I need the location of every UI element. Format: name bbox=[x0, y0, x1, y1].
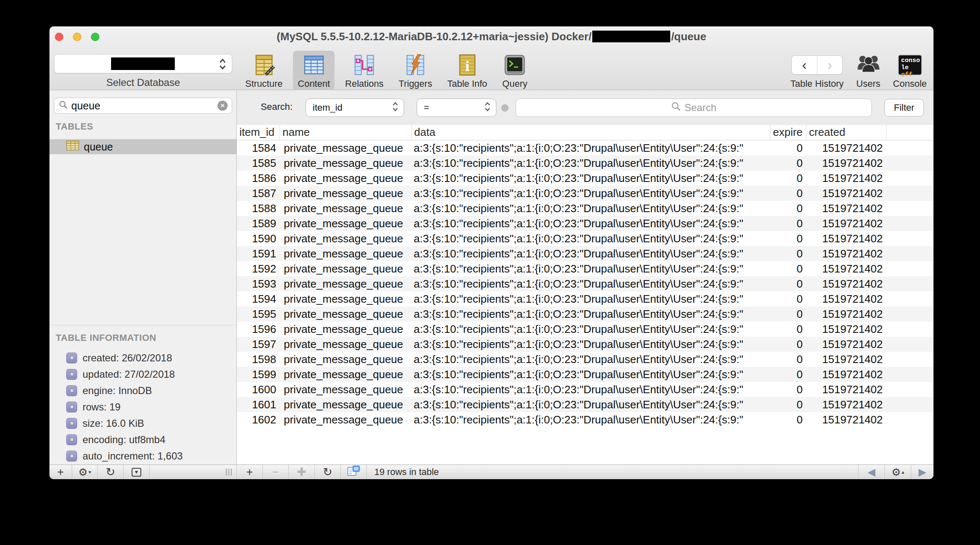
cell-name[interactable]: private_message_queue bbox=[280, 367, 412, 382]
cell-created[interactable]: 1519721402 bbox=[806, 306, 887, 322]
cell-data[interactable]: a:3:{s:10:"recipients";a:1:{i:0;O:23:"Dr… bbox=[412, 306, 770, 322]
table-row[interactable]: 1595private_message_queuea:3:{s:10:"reci… bbox=[237, 306, 933, 322]
cell-expire[interactable]: 0 bbox=[770, 261, 806, 276]
cell-name[interactable]: private_message_queue bbox=[280, 306, 412, 322]
column-header-created[interactable]: created bbox=[806, 125, 887, 140]
table-actions-gear-button[interactable]: ⚙▾ bbox=[72, 465, 98, 479]
cell-data[interactable]: a:3:{s:10:"recipients";a:1:{i:0;O:23:"Dr… bbox=[412, 216, 770, 231]
cell-created[interactable]: 1519721402 bbox=[806, 261, 887, 276]
table-row[interactable]: 1587private_message_queuea:3:{s:10:"reci… bbox=[237, 186, 933, 201]
table-filter-field[interactable]: × bbox=[54, 98, 232, 114]
cell-item_id[interactable]: 1585 bbox=[237, 156, 280, 171]
cell-expire[interactable]: 0 bbox=[770, 352, 806, 367]
cell-name[interactable]: private_message_queue bbox=[280, 397, 412, 412]
show-sql-button[interactable] bbox=[341, 465, 367, 479]
cell-name[interactable]: private_message_queue bbox=[280, 276, 412, 291]
filter-search-input[interactable] bbox=[516, 99, 871, 117]
cell-data[interactable]: a:3:{s:10:"recipients";a:1:{i:0;O:23:"Dr… bbox=[412, 156, 770, 171]
table-row[interactable]: 1593private_message_queuea:3:{s:10:"reci… bbox=[237, 276, 933, 291]
cell-created[interactable]: 1519721402 bbox=[806, 156, 887, 171]
cell-item_id[interactable]: 1602 bbox=[237, 412, 280, 427]
duplicate-row-button[interactable]: ✚ bbox=[289, 465, 315, 479]
cell-created[interactable]: 1519721402 bbox=[806, 322, 887, 337]
cell-name[interactable]: private_message_queue bbox=[280, 337, 412, 352]
table-row[interactable]: 1591private_message_queuea:3:{s:10:"reci… bbox=[237, 246, 933, 261]
table-row[interactable]: 1599private_message_queuea:3:{s:10:"reci… bbox=[237, 367, 933, 382]
table-row[interactable]: 1592private_message_queuea:3:{s:10:"reci… bbox=[237, 261, 933, 276]
table-row[interactable]: 1602private_message_queuea:3:{s:10:"reci… bbox=[237, 412, 933, 427]
previous-page-button[interactable]: ◀ bbox=[858, 465, 885, 479]
cell-data[interactable]: a:3:{s:10:"recipients";a:1:{i:0;O:23:"Dr… bbox=[412, 261, 770, 276]
cell-expire[interactable]: 0 bbox=[770, 337, 806, 352]
console-button[interactable]: conso le off bbox=[898, 51, 922, 79]
minimize-button[interactable] bbox=[73, 33, 81, 41]
cell-item_id[interactable]: 1584 bbox=[237, 140, 280, 156]
cell-data[interactable]: a:3:{s:10:"recipients";a:1:{i:0;O:23:"Dr… bbox=[412, 276, 770, 291]
export-button[interactable]: ▼ bbox=[124, 465, 150, 479]
cell-created[interactable]: 1519721402 bbox=[806, 231, 887, 246]
clear-search-icon[interactable]: × bbox=[218, 101, 228, 111]
cell-data[interactable]: a:3:{s:10:"recipients";a:1:{i:0;O:23:"Dr… bbox=[412, 171, 770, 186]
cell-created[interactable]: 1519721402 bbox=[806, 171, 887, 186]
cell-name[interactable]: private_message_queue bbox=[280, 216, 412, 231]
filter-operator-select[interactable]: = bbox=[417, 99, 496, 117]
cell-created[interactable]: 1519721402 bbox=[806, 412, 887, 427]
toolbar-view-table-info[interactable]: iTable Info bbox=[443, 51, 492, 90]
cell-expire[interactable]: 0 bbox=[770, 397, 806, 412]
close-button[interactable] bbox=[55, 33, 63, 41]
cell-expire[interactable]: 0 bbox=[770, 246, 806, 261]
cell-item_id[interactable]: 1590 bbox=[237, 231, 280, 246]
cell-expire[interactable]: 0 bbox=[770, 306, 806, 322]
refresh-tables-button[interactable]: ↻ bbox=[98, 465, 124, 479]
table-row[interactable]: 1598private_message_queuea:3:{s:10:"reci… bbox=[237, 352, 933, 367]
column-header-data[interactable]: data bbox=[412, 125, 770, 140]
cell-data[interactable]: a:3:{s:10:"recipients";a:1:{i:0;O:23:"Dr… bbox=[412, 186, 770, 201]
filter-options-dot-button[interactable] bbox=[501, 104, 508, 112]
zoom-button[interactable] bbox=[91, 33, 99, 41]
cell-name[interactable]: private_message_queue bbox=[280, 382, 412, 397]
cell-data[interactable]: a:3:{s:10:"recipients";a:1:{i:0;O:23:"Dr… bbox=[412, 231, 770, 246]
cell-item_id[interactable]: 1589 bbox=[237, 216, 280, 231]
cell-data[interactable]: a:3:{s:10:"recipients";a:1:{i:0;O:23:"Dr… bbox=[412, 412, 770, 427]
table-row[interactable]: 1588private_message_queuea:3:{s:10:"reci… bbox=[237, 201, 933, 216]
cell-name[interactable]: private_message_queue bbox=[280, 412, 412, 427]
table-row[interactable]: 1586private_message_queuea:3:{s:10:"reci… bbox=[237, 171, 933, 186]
cell-data[interactable]: a:3:{s:10:"recipients";a:1:{i:0;O:23:"Dr… bbox=[412, 382, 770, 397]
cell-expire[interactable]: 0 bbox=[770, 276, 806, 291]
cell-item_id[interactable]: 1588 bbox=[237, 201, 280, 216]
cell-expire[interactable]: 0 bbox=[770, 186, 806, 201]
table-row[interactable]: 1600private_message_queuea:3:{s:10:"reci… bbox=[237, 382, 933, 397]
cell-name[interactable]: private_message_queue bbox=[280, 186, 412, 201]
next-page-button[interactable]: ▶ bbox=[911, 465, 933, 479]
add-table-button[interactable]: + bbox=[49, 465, 72, 479]
cell-expire[interactable]: 0 bbox=[770, 171, 806, 186]
cell-created[interactable]: 1519721402 bbox=[806, 216, 887, 231]
cell-data[interactable]: a:3:{s:10:"recipients";a:1:{i:0;O:23:"Dr… bbox=[412, 367, 770, 382]
cell-name[interactable]: private_message_queue bbox=[280, 291, 412, 306]
table-row[interactable]: 1590private_message_queuea:3:{s:10:"reci… bbox=[237, 231, 933, 246]
cell-item_id[interactable]: 1596 bbox=[237, 322, 280, 337]
add-row-button[interactable]: + bbox=[237, 465, 263, 479]
cell-name[interactable]: private_message_queue bbox=[280, 231, 412, 246]
toolbar-view-content[interactable]: Content bbox=[293, 51, 334, 90]
cell-item_id[interactable]: 1592 bbox=[237, 261, 280, 276]
cell-name[interactable]: private_message_queue bbox=[280, 140, 412, 156]
cell-created[interactable]: 1519721402 bbox=[806, 352, 887, 367]
cell-data[interactable]: a:3:{s:10:"recipients";a:1:{i:0;O:23:"Dr… bbox=[412, 291, 770, 306]
cell-expire[interactable]: 0 bbox=[770, 231, 806, 246]
history-forward-button[interactable]: › bbox=[817, 56, 843, 74]
table-row[interactable]: 1601private_message_queuea:3:{s:10:"reci… bbox=[237, 397, 933, 412]
table-filter-input[interactable] bbox=[71, 100, 218, 112]
column-header-name[interactable]: name bbox=[280, 125, 412, 140]
cell-created[interactable]: 1519721402 bbox=[806, 291, 887, 306]
cell-created[interactable]: 1519721402 bbox=[806, 367, 887, 382]
cell-expire[interactable]: 0 bbox=[770, 216, 806, 231]
toolbar-view-relations[interactable]: Relations bbox=[340, 51, 388, 90]
cell-item_id[interactable]: 1595 bbox=[237, 306, 280, 322]
cell-item_id[interactable]: 1601 bbox=[237, 397, 280, 412]
cell-created[interactable]: 1519721402 bbox=[806, 140, 887, 156]
cell-data[interactable]: a:3:{s:10:"recipients";a:1:{i:0;O:23:"Dr… bbox=[412, 322, 770, 337]
cell-item_id[interactable]: 1598 bbox=[237, 352, 280, 367]
table-row[interactable]: 1594private_message_queuea:3:{s:10:"reci… bbox=[237, 291, 933, 306]
column-header-item_id[interactable]: item_id bbox=[237, 125, 280, 140]
